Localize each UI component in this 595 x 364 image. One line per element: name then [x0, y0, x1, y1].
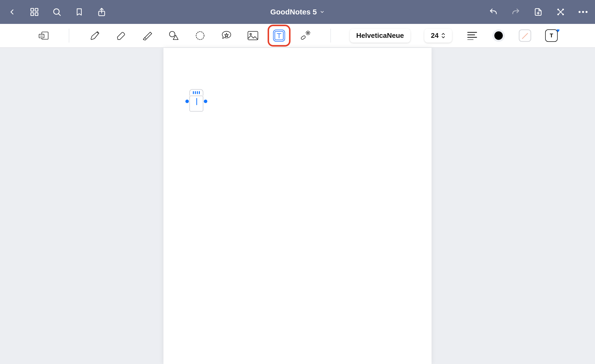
canvas-area[interactable]	[0, 48, 595, 364]
redo-button[interactable]	[509, 5, 522, 18]
titlebar-left	[5, 5, 108, 18]
chevron-down-icon	[320, 9, 325, 14]
undo-button[interactable]	[487, 5, 500, 18]
svg-line-37	[309, 34, 309, 35]
stepper-icon	[441, 32, 446, 39]
resize-handle-right[interactable]	[204, 100, 207, 103]
svg-point-12	[563, 9, 564, 10]
svg-rect-0	[31, 8, 34, 11]
svg-rect-25	[248, 31, 258, 40]
svg-rect-2	[31, 13, 34, 15]
font-selector[interactable]: HelveticaNeue	[350, 29, 410, 43]
separator	[69, 29, 69, 43]
add-page-button[interactable]	[532, 5, 545, 18]
svg-point-13	[558, 14, 559, 15]
no-fill-icon	[522, 33, 528, 39]
text-icon: T	[550, 32, 553, 39]
svg-rect-1	[35, 8, 38, 11]
eraser-tool[interactable]	[115, 29, 127, 42]
heart-icon: ♥	[556, 27, 560, 34]
text-tool[interactable]	[273, 30, 285, 42]
svg-rect-3	[35, 13, 38, 15]
svg-line-36	[306, 31, 307, 32]
textbox-body[interactable]	[189, 96, 203, 112]
page[interactable]	[163, 48, 432, 364]
textbox-drag-handle[interactable]	[189, 89, 203, 96]
paragraph-style-button[interactable]	[466, 29, 478, 42]
shapes-tool[interactable]	[167, 29, 180, 42]
text-color-swatch[interactable]	[492, 29, 505, 42]
laser-pointer-tool[interactable]	[299, 29, 311, 42]
svg-line-5	[59, 14, 60, 15]
thumbnails-button[interactable]	[28, 5, 41, 18]
textbox-style-presets[interactable]: T ♥	[545, 29, 558, 42]
search-button[interactable]	[50, 5, 63, 18]
document-title[interactable]: GoodNotes 5	[270, 8, 325, 16]
editing-toolbar: HelveticaNeue 24 T ♥	[0, 24, 595, 48]
svg-rect-30	[300, 35, 305, 40]
font-name: HelveticaNeue	[356, 32, 404, 40]
elements-tool[interactable]	[220, 29, 233, 42]
font-size-selector[interactable]: 24	[424, 29, 452, 43]
active-text-box[interactable]	[189, 89, 203, 112]
highlighter-tool[interactable]	[141, 29, 153, 42]
text-background-swatch[interactable]	[519, 29, 531, 42]
close-toolbar-button[interactable]	[554, 5, 567, 18]
svg-point-17	[586, 11, 588, 13]
document-title-label: GoodNotes 5	[270, 8, 317, 16]
titlebar-right	[487, 5, 590, 18]
svg-point-15	[579, 11, 581, 13]
text-tool-wrapper	[273, 30, 285, 42]
color-dot-icon	[494, 31, 503, 40]
svg-point-26	[250, 33, 251, 35]
image-tool[interactable]	[247, 29, 259, 42]
titlebar: GoodNotes 5	[0, 0, 595, 24]
back-button[interactable]	[5, 5, 18, 18]
pen-tool[interactable]	[88, 29, 101, 42]
svg-point-14	[563, 14, 564, 15]
bookmark-button[interactable]	[73, 5, 86, 18]
share-button[interactable]	[95, 5, 108, 18]
svg-marker-24	[224, 33, 228, 37]
lasso-tool[interactable]	[194, 29, 206, 42]
zoom-window-tool[interactable]	[37, 29, 50, 42]
separator	[330, 29, 331, 43]
svg-point-16	[582, 11, 584, 13]
svg-point-21	[169, 31, 175, 37]
font-size-value: 24	[431, 32, 439, 40]
svg-line-38	[309, 31, 309, 32]
resize-handle-left[interactable]	[185, 100, 189, 103]
svg-line-39	[306, 34, 307, 35]
svg-marker-22	[173, 35, 178, 40]
more-button[interactable]	[577, 5, 590, 18]
text-caret	[196, 98, 197, 105]
svg-point-23	[196, 32, 204, 40]
svg-point-11	[558, 9, 559, 10]
tool-group: HelveticaNeue 24 T ♥	[37, 29, 558, 43]
svg-point-31	[307, 32, 308, 33]
